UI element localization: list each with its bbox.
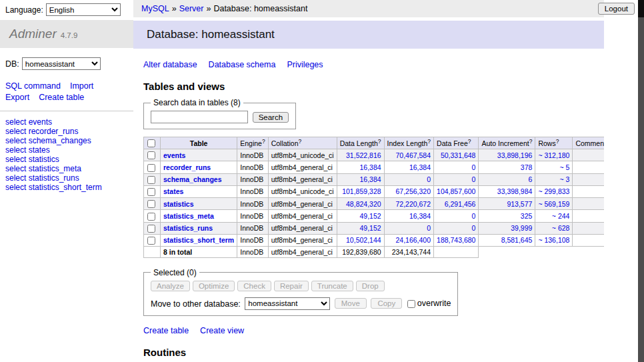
index-length-link[interactable]: 67,256,320 [395, 187, 431, 195]
alter-database-link[interactable]: Alter database [143, 60, 197, 69]
rows-count-link[interactable]: ~ 569,159 [538, 200, 569, 208]
data-free-link[interactable]: 104,857,600 [437, 187, 475, 195]
collation-help-link[interactable]: ? [299, 137, 302, 144]
import-link[interactable]: Import [70, 81, 93, 91]
rows-count-link[interactable]: ~ 3 [560, 175, 570, 183]
data-length-link[interactable]: 16,384 [359, 175, 381, 183]
export-link[interactable]: Export [5, 93, 29, 102]
sidebar-item-select-events[interactable]: select events [5, 117, 127, 127]
rows-help-link[interactable]: ? [556, 137, 559, 144]
create-view-link[interactable]: Create view [200, 326, 244, 335]
optimize-button[interactable]: Optimize [193, 281, 235, 291]
data-free-link[interactable]: 50,331,648 [441, 151, 476, 159]
overwrite-checkbox[interactable] [407, 300, 415, 308]
table-name-link[interactable]: statistics_runs [163, 224, 213, 232]
breadcrumb-link-mysql[interactable]: MySQL [141, 4, 169, 13]
index-length-link[interactable]: 72,220,672 [395, 200, 431, 208]
auto-increment-link[interactable]: 33,398,984 [497, 187, 533, 195]
auto-increment-link[interactable]: 6 [529, 175, 533, 183]
table-name-link[interactable]: statistics [163, 200, 194, 208]
auto-increment-link[interactable]: 8,581,645 [501, 236, 533, 244]
sql-command-link[interactable]: SQL command [5, 81, 61, 91]
row-checkbox[interactable] [147, 200, 155, 208]
search-input[interactable] [151, 111, 248, 123]
scrollbar-button[interactable] [638, 0, 644, 17]
rows-count-link[interactable]: ~ 299,833 [538, 187, 569, 195]
rows-count-link[interactable]: ~ 244 [552, 212, 570, 220]
auto-increment-link[interactable]: 325 [521, 212, 533, 220]
table-name-link[interactable]: statistics_short_term [163, 236, 234, 244]
table-name-link[interactable]: events [163, 151, 185, 159]
auto-increment-link[interactable]: 378 [521, 163, 533, 171]
auto-increment-help-link[interactable]: ? [529, 137, 533, 144]
rows-count-link[interactable]: ~ 312,180 [538, 151, 569, 159]
table-name-link[interactable]: statistics_meta [163, 212, 214, 220]
search-button[interactable]: Search [253, 112, 289, 123]
data-free-link[interactable]: 0 [472, 163, 476, 171]
data-free-link[interactable]: 0 [472, 175, 476, 183]
sidebar-item-select-schema_changes[interactable]: select schema_changes [5, 136, 127, 145]
table-name-link[interactable]: recorder_runs [163, 163, 211, 171]
sidebar-item-select-statistics_meta[interactable]: select statistics_meta [5, 164, 127, 173]
sidebar-item-select-states[interactable]: select states [5, 145, 127, 155]
rows-count-link[interactable]: ~ 628 [552, 224, 570, 232]
breadcrumb-link-server[interactable]: Server [179, 4, 204, 13]
data-length-link[interactable]: 49,152 [359, 224, 381, 232]
repair-button[interactable]: Repair [274, 281, 309, 291]
auto-increment-link[interactable]: 913,577 [507, 200, 532, 208]
create-table-link[interactable]: Create table [143, 326, 189, 335]
index-length-link[interactable]: 16,384 [409, 212, 431, 220]
data-length-help-link[interactable]: ? [378, 137, 381, 144]
row-checkbox[interactable] [147, 176, 155, 184]
check-button[interactable]: Check [237, 281, 271, 291]
privileges-link[interactable]: Privileges [287, 60, 323, 69]
drop-button[interactable]: Drop [356, 281, 385, 291]
truncate-button[interactable]: Truncate [311, 281, 353, 291]
row-checkbox[interactable] [147, 213, 155, 221]
row-checkbox[interactable] [147, 164, 155, 172]
data-length-link[interactable]: 31,522,816 [346, 151, 381, 159]
data-length-link[interactable]: 49,152 [359, 212, 381, 220]
scrollbar[interactable] [638, 0, 644, 362]
sidebar-item-select-recorder_runs[interactable]: select recorder_runs [5, 127, 127, 136]
row-checkbox[interactable] [147, 225, 155, 233]
data-length-link[interactable]: 101,859,328 [342, 187, 381, 195]
row-checkbox[interactable] [147, 151, 155, 159]
data-free-help-link[interactable]: ? [468, 137, 471, 144]
move-database-select[interactable]: homeassistant [245, 297, 330, 310]
sidebar-item-select-statistics_short_term[interactable]: select statistics_short_term [5, 183, 127, 192]
index-length-link[interactable]: 16,384 [409, 163, 431, 171]
data-free-link[interactable]: 188,743,680 [437, 236, 475, 244]
copy-button[interactable]: Copy [371, 298, 402, 309]
rows-count-link[interactable]: ~ 136,108 [538, 236, 569, 244]
engine-help-link[interactable]: ? [262, 137, 265, 144]
auto-increment-link[interactable]: 39,999 [511, 224, 532, 232]
data-length-link[interactable]: 48,824,320 [346, 200, 381, 208]
index-length-link[interactable]: 24,166,400 [395, 236, 431, 244]
index-length-link[interactable]: 0 [427, 224, 431, 232]
index-length-link[interactable]: 0 [427, 175, 431, 183]
index-length-link[interactable]: 70,467,584 [395, 151, 431, 159]
data-length-link[interactable]: 16,384 [359, 163, 381, 171]
data-length-link[interactable]: 10,502,144 [346, 236, 381, 244]
sidebar-item-select-statistics_runs[interactable]: select statistics_runs [5, 173, 127, 183]
select-all-checkbox[interactable] [147, 139, 155, 147]
auto-increment-link[interactable]: 33,898,196 [497, 151, 533, 159]
db-select[interactable]: homeassistant [22, 57, 101, 70]
logout-button[interactable]: Logout [598, 3, 635, 15]
data-free-link[interactable]: 0 [472, 224, 476, 232]
sidebar-item-select-statistics[interactable]: select statistics [5, 155, 127, 164]
database-schema-link[interactable]: Database schema [209, 60, 276, 69]
row-checkbox[interactable] [147, 237, 155, 245]
data-free-link[interactable]: 0 [472, 212, 476, 220]
data-free-link[interactable]: 6,291,456 [445, 200, 476, 208]
table-name-link[interactable]: schema_changes [163, 175, 222, 183]
rows-count-link[interactable]: ~ 5 [560, 163, 570, 171]
move-button[interactable]: Move [335, 298, 367, 309]
create-table-sidebar-link[interactable]: Create table [39, 93, 84, 102]
analyze-button[interactable]: Analyze [151, 281, 190, 291]
row-checkbox[interactable] [147, 188, 155, 196]
table-name-link[interactable]: states [163, 187, 183, 195]
index-length-help-link[interactable]: ? [427, 137, 431, 144]
language-select[interactable]: English [46, 3, 121, 16]
